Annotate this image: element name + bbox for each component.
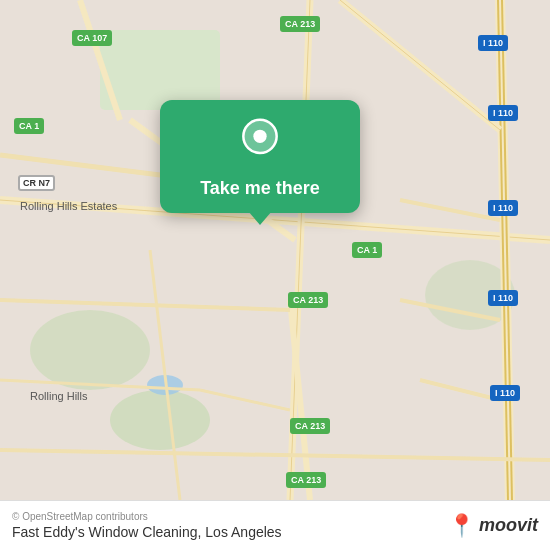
ca107-badge: CA 107	[72, 30, 112, 46]
i110-bot-badge: I 110	[490, 385, 520, 401]
ca1-mid-badge: CA 1	[352, 242, 382, 258]
svg-point-2	[30, 310, 150, 390]
i110-mid2-badge: I 110	[488, 200, 518, 216]
business-name: Fast Eddy's Window Cleaning, Los Angeles	[12, 524, 282, 540]
moovit-label: moovit	[479, 515, 538, 536]
location-pin-icon	[235, 118, 285, 168]
bottom-bar: © OpenStreetMap contributors Fast Eddy's…	[0, 500, 550, 550]
svg-point-29	[253, 130, 266, 143]
moovit-logo: 📍 moovit	[448, 513, 538, 539]
svg-point-1	[110, 390, 210, 450]
moovit-pin-icon: 📍	[448, 513, 475, 539]
ca213-mid-badge: CA 213	[288, 292, 328, 308]
i110-mid3-badge: I 110	[488, 290, 518, 306]
i110-top-badge: I 110	[478, 35, 508, 51]
bottom-left-info: © OpenStreetMap contributors Fast Eddy's…	[12, 511, 282, 540]
svg-rect-3	[100, 30, 220, 110]
popup-card[interactable]: Take me there	[160, 100, 360, 213]
map-svg	[0, 0, 550, 500]
take-me-there-button[interactable]: Take me there	[200, 178, 320, 199]
map-container: Rolling Hills Estates Rolling Hills CA 1…	[0, 0, 550, 500]
ca213-bot2-badge: CA 213	[286, 472, 326, 488]
crn7-badge: CR N7	[18, 175, 55, 191]
svg-rect-0	[0, 0, 550, 500]
ca1-top-badge: CA 1	[14, 118, 44, 134]
i110-mid1-badge: I 110	[488, 105, 518, 121]
osm-credit: © OpenStreetMap contributors	[12, 511, 282, 522]
ca213-top-badge: CA 213	[280, 16, 320, 32]
ca213-bot-badge: CA 213	[290, 418, 330, 434]
